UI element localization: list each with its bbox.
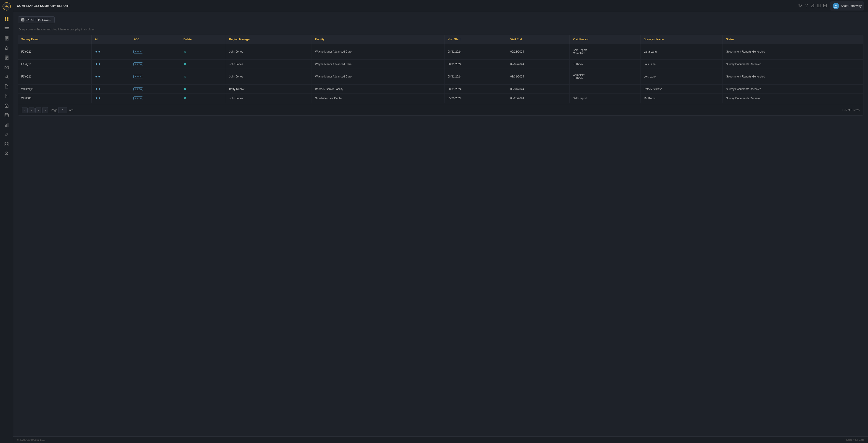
col-header-delete[interactable]: Delete — [180, 35, 226, 44]
cell-region-manager: Betty Rubble — [226, 85, 312, 94]
svg-rect-6 — [5, 29, 9, 29]
svg-rect-7 — [5, 30, 9, 30]
sidebar-item-edit[interactable] — [2, 130, 11, 139]
cell-facility: Wayne Manor Advanced Care — [312, 44, 444, 60]
svg-rect-24 — [6, 106, 7, 108]
delete-icon[interactable]: ✕ — [183, 75, 186, 79]
prev-page-button[interactable]: ‹ — [29, 107, 34, 113]
sidebar-item-favorites[interactable] — [2, 44, 11, 52]
cell-status: Government Reports Generated — [723, 69, 863, 85]
cell-visit-start: 08/31/2024 — [444, 44, 507, 60]
data-table-wrapper: Survey Event AI POC Delete Region Manage… — [18, 35, 863, 116]
ai-sparkle-icon[interactable]: ✦✦ — [95, 75, 101, 79]
cell-poc: ✦ POC — [130, 69, 180, 85]
sidebar-item-menu[interactable] — [2, 25, 11, 33]
col-header-status[interactable]: Status — [723, 35, 863, 44]
drag-hint: Drag a column header and drop it here to… — [18, 27, 863, 32]
poc-badge[interactable]: ✦ POC — [133, 87, 143, 91]
cell-surveyor-name: Lana Lang — [641, 44, 723, 60]
col-header-ai[interactable]: AI — [92, 35, 130, 44]
pagination-summary: 1 - 5 of 5 items — [841, 109, 860, 112]
save-icon[interactable] — [811, 4, 814, 8]
sidebar — [0, 0, 13, 443]
delete-icon[interactable]: ✕ — [183, 96, 186, 100]
svg-rect-28 — [6, 124, 7, 127]
cell-visit-end: 09/02/2024 — [507, 60, 569, 69]
cell-visit-end: 08/31/2024 — [507, 85, 569, 94]
sidebar-item-tasks[interactable] — [2, 54, 11, 62]
sidebar-item-chart[interactable] — [2, 121, 11, 129]
cell-visit-reason: Self-Report — [569, 94, 640, 103]
pagination-controls: « ‹ › » Page of 1 — [22, 107, 74, 113]
user-avatar — [833, 3, 839, 9]
last-page-button[interactable]: » — [42, 107, 48, 113]
sidebar-item-building[interactable] — [2, 101, 11, 110]
cell-ai: ✦✦ — [92, 44, 130, 60]
table-row: F2YQ21✦✦✦ POC✕John JonesWayne Manor Adva… — [18, 44, 863, 60]
export-to-excel-button[interactable]: EXPORT TO EXCEL — [18, 17, 55, 23]
cell-visit-end: 08/31/2024 — [507, 69, 569, 85]
page-number-input[interactable] — [58, 107, 67, 113]
col-header-survey-event[interactable]: Survey Event — [18, 35, 92, 44]
columns-icon[interactable] — [817, 4, 820, 8]
table-row: F1YQ11✦✦✦ POC✕John JonesWayne Manor Adva… — [18, 60, 863, 69]
poc-badge[interactable]: ✦ POC — [133, 62, 143, 66]
svg-rect-27 — [5, 125, 6, 127]
ai-sparkle-icon[interactable]: ✦✦ — [95, 96, 101, 100]
app-logo[interactable] — [2, 2, 11, 10]
svg-rect-32 — [7, 142, 8, 144]
user-name: Scott Hathaway — [841, 4, 862, 7]
col-header-facility[interactable]: Facility — [312, 35, 444, 44]
poc-badge[interactable]: ✦ POC — [133, 96, 143, 100]
ai-sparkle-icon[interactable]: ✦✦ — [95, 87, 101, 91]
sidebar-item-grid[interactable] — [2, 140, 11, 148]
user-area[interactable]: Scott Hathaway — [830, 1, 864, 10]
poc-badge[interactable]: ✦ POC — [133, 75, 143, 79]
cell-delete: ✕ — [180, 94, 226, 103]
cell-poc: ✦ POC — [130, 44, 180, 60]
table-scrollbar[interactable] — [18, 103, 863, 105]
col-header-region-manager[interactable]: Region Manager — [226, 35, 312, 44]
cell-visit-reason — [569, 85, 640, 94]
sidebar-item-dashboard[interactable] — [2, 15, 11, 23]
sidebar-item-user[interactable] — [2, 73, 11, 81]
undo-icon[interactable] — [798, 4, 802, 8]
next-page-button[interactable]: › — [35, 107, 41, 113]
sidebar-item-reports[interactable] — [2, 34, 11, 42]
sidebar-item-document[interactable] — [2, 82, 11, 90]
cell-surveyor-name: Patrick Starfish — [641, 85, 723, 94]
col-header-visit-reason[interactable]: Visit Reason — [569, 35, 640, 44]
sidebar-item-document2[interactable] — [2, 92, 11, 100]
ai-sparkle-icon[interactable]: ✦✦ — [95, 62, 101, 66]
sidebar-item-mail[interactable] — [2, 63, 11, 71]
first-page-button[interactable]: « — [22, 107, 28, 113]
svg-point-18 — [6, 75, 7, 77]
table-row: WL8S11✦✦✦ POC✕John JonesSmallville Care … — [18, 94, 863, 103]
cell-facility: Bedrock Senior Facility — [312, 85, 444, 94]
cell-facility: Wayne Manor Advanced Care — [312, 69, 444, 85]
col-header-poc[interactable]: POC — [130, 35, 180, 44]
col-header-visit-start[interactable]: Visit Start — [444, 35, 507, 44]
svg-line-30 — [7, 134, 7, 134]
page-of-label: of 1 — [69, 109, 74, 112]
ai-sparkle-icon[interactable]: ✦✦ — [95, 50, 101, 54]
col-header-surveyor-name[interactable]: Surveyor Name — [641, 35, 723, 44]
filter-icon[interactable] — [805, 4, 808, 8]
svg-rect-39 — [812, 6, 814, 7]
cell-visit-start: 08/31/2024 — [444, 60, 507, 69]
cell-visit-start: 08/31/2024 — [444, 85, 507, 94]
cell-status: Survey Documents Received — [723, 60, 863, 69]
sidebar-item-data[interactable] — [2, 111, 11, 119]
delete-icon[interactable]: ✕ — [183, 62, 186, 66]
cell-region-manager: John Jones — [226, 94, 312, 103]
delete-icon[interactable]: ✕ — [183, 87, 186, 91]
cell-poc: ✦ POC — [130, 60, 180, 69]
cell-visit-end: 05/26/2024 — [507, 94, 569, 103]
col-header-visit-end[interactable]: Visit End — [507, 35, 569, 44]
topbar-right: Scott Hathaway — [798, 1, 864, 10]
sidebar-item-person[interactable] — [2, 149, 11, 158]
poc-badge[interactable]: ✦ POC — [133, 50, 143, 54]
export-icon[interactable] — [823, 4, 827, 8]
cell-visit-reason: Self-ReportComplaint — [569, 44, 640, 60]
delete-icon[interactable]: ✕ — [183, 50, 186, 54]
